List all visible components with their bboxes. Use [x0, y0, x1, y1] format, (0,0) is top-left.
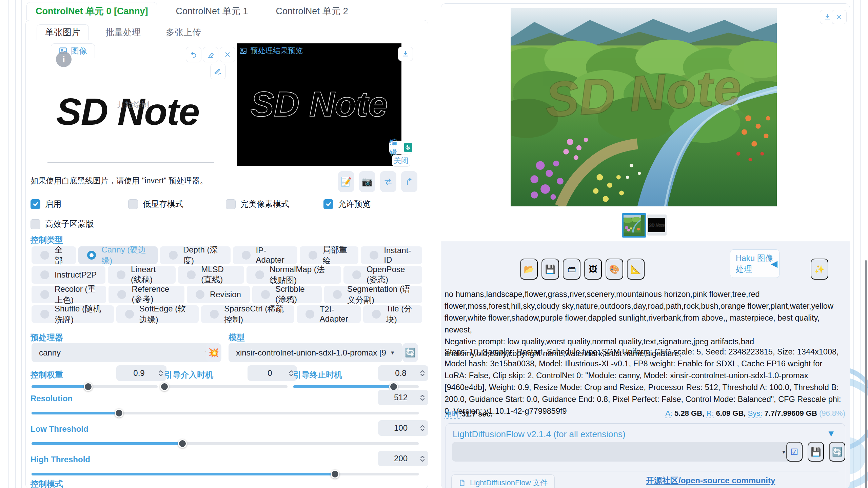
checkbox-icon[interactable] [31, 219, 40, 229]
save-zip-button[interactable]: 🗃 [563, 259, 580, 280]
input-mode-tab[interactable]: 多张上传 [157, 24, 210, 40]
control-type-option[interactable]: Shuffle (随机洗牌) [32, 305, 114, 323]
enhance-button[interactable]: ✨ [811, 259, 828, 280]
gallery-thumbnail-canny[interactable]: SD Note [647, 215, 667, 236]
generated-image[interactable]: SD Note [511, 8, 777, 206]
control-type-option[interactable]: Canny (硬边缘) [78, 246, 158, 264]
undo-button[interactable] [186, 47, 201, 62]
controlnet-unit-tab[interactable]: ControlNet 单元 2 [267, 2, 357, 20]
checkbox-item[interactable]: 低显存模式 [128, 199, 226, 209]
sketch-button[interactable] [210, 64, 226, 79]
stepper-icon[interactable] [158, 370, 163, 377]
control-type-option[interactable]: 全部 [32, 246, 76, 264]
source-image-canvas[interactable]: SD Note [34, 57, 221, 166]
controlnet-unit-tab[interactable]: ControlNet 单元 1 [167, 2, 257, 20]
chevron-left-icon[interactable]: ◀ [771, 259, 777, 269]
slider-handle[interactable] [178, 439, 187, 448]
high-threshold-input[interactable]: 200 [378, 451, 428, 466]
guidance-start-input[interactable]: 0 [248, 365, 297, 381]
control-type-option[interactable]: T2I-Adapter [297, 305, 361, 323]
control-type-option[interactable]: SoftEdge (软边缘) [116, 305, 199, 323]
control-type-option[interactable]: Instant-ID [361, 246, 422, 264]
gallery-thumbnail-selected[interactable] [622, 213, 646, 238]
low-threshold-slider[interactable] [32, 439, 419, 448]
edit-note-button[interactable]: 📝 [338, 171, 354, 192]
stepper-icon[interactable] [420, 394, 425, 401]
preprocessor-preview-canvas[interactable]: SD Note [237, 43, 401, 166]
lightflow-save-button[interactable]: 💾 [808, 442, 824, 462]
control-type-row: 全部 Canny (硬边缘) Depth (深度) IP-Adapter 局部重… [32, 246, 422, 264]
checkbox-item[interactable]: 高效子区蒙版 [31, 219, 128, 229]
info-icon[interactable]: i [56, 52, 72, 67]
refresh-models-button[interactable]: 🔄 [402, 343, 418, 362]
community-link[interactable]: 开源社区/open-source community [646, 475, 775, 486]
eraser-button[interactable] [203, 47, 218, 62]
slider-handle[interactable] [84, 382, 93, 391]
send-to-extras-button[interactable]: 🖼 [584, 259, 602, 280]
stepper-icon[interactable] [420, 370, 425, 377]
control-type-option[interactable]: IP-Adapter [233, 246, 297, 264]
control-type-option[interactable]: Revision [187, 286, 250, 303]
control-type-option[interactable]: NormalMap (法线贴图) [246, 266, 341, 284]
control-type-option[interactable]: SparseCtrl (稀疏控制) [201, 305, 294, 323]
weight-input[interactable]: 0.9 [116, 365, 166, 381]
resolution-input[interactable]: 512 [378, 390, 428, 405]
guidance-end-input[interactable]: 0.8 [378, 365, 428, 381]
lightflow-refresh-button[interactable]: 🔄 [829, 442, 845, 462]
control-type-option[interactable]: Segmentation (语义分割) [324, 286, 422, 303]
lightflow-apply-button[interactable]: ☑ [786, 442, 803, 462]
run-preprocessor-button[interactable]: 💥 [206, 343, 221, 362]
send-dimensions-button[interactable] [401, 171, 417, 192]
input-mode-tab[interactable]: 批量处理 [97, 24, 149, 40]
lightflow-file-button[interactable]: LightDiffusionFlow 文件 [451, 474, 555, 488]
close-preview-button[interactable]: 关闭 [392, 155, 410, 167]
high-threshold-slider[interactable] [32, 470, 419, 479]
input-mode-tab[interactable]: 单张图片 [37, 24, 89, 40]
control-type-option[interactable]: Depth (深度) [160, 246, 231, 264]
stepper-icon[interactable] [420, 455, 425, 462]
webcam-button[interactable]: 📷 [359, 171, 375, 192]
swap-dimensions-button[interactable] [380, 171, 396, 192]
control-type-option[interactable]: OpenPose (姿态) [343, 266, 422, 284]
edit-in-photopea-button[interactable]: 编辑 [389, 141, 412, 154]
low-threshold-input[interactable]: 100 [378, 420, 428, 436]
weight-slider[interactable] [32, 382, 158, 391]
guidance-start-slider[interactable] [164, 382, 288, 391]
collapse-icon[interactable]: ▼ [827, 428, 835, 439]
checkbox-icon[interactable] [323, 199, 333, 209]
slider-handle[interactable] [160, 382, 169, 391]
slider-handle[interactable] [331, 470, 339, 479]
control-type-option[interactable]: InstructP2P [32, 266, 105, 284]
send-to-img2img-button[interactable]: 🎨 [606, 259, 623, 280]
send-to-inpaint-button[interactable]: 📐 [627, 259, 645, 280]
control-type-option[interactable]: Recolor (重上色) [32, 286, 106, 303]
save-image-button[interactable]: 💾 [541, 259, 559, 280]
resolution-slider[interactable] [32, 409, 419, 418]
stepper-icon[interactable] [289, 370, 294, 377]
scrollbar[interactable] [865, 260, 867, 488]
open-folder-button[interactable]: 📂 [520, 259, 538, 280]
control-type-option[interactable]: Reference (参考) [108, 286, 184, 303]
control-type-option[interactable]: MLSD (直线) [178, 266, 244, 284]
control-type-option[interactable]: Lineart (线稿) [108, 266, 176, 284]
checkbox-item[interactable]: 允许预览 [323, 199, 421, 209]
stepper-icon[interactable] [420, 425, 425, 431]
radio-icon [370, 251, 378, 260]
clear-image-button[interactable] [220, 47, 235, 62]
slider-handle[interactable] [115, 409, 123, 418]
control-type-option[interactable]: Scribble (涂鸦) [252, 286, 322, 303]
close-gallery-button[interactable] [832, 10, 847, 24]
lightflow-dropdown[interactable]: ▼ [452, 442, 793, 462]
preprocessor-dropdown[interactable]: canny ▼ [32, 343, 217, 362]
checkbox-item[interactable]: 启用 [31, 199, 128, 209]
control-type-option[interactable]: Tile (分块) [363, 305, 422, 323]
checkbox-item[interactable]: 完美像素模式 [226, 199, 323, 209]
checkbox-icon[interactable] [226, 199, 236, 209]
download-preview-button[interactable] [398, 47, 413, 61]
brush-size-slider[interactable] [47, 162, 214, 163]
checkbox-icon[interactable] [128, 199, 138, 209]
checkbox-icon[interactable] [31, 199, 40, 209]
controlnet-unit-tab[interactable]: ControlNet 单元 0 [Canny] [26, 2, 157, 20]
control-type-option[interactable]: 局部重绘 [300, 246, 359, 264]
model-dropdown[interactable]: xinsir-controlnet-union-sdxl-1.0-promax … [229, 343, 402, 362]
